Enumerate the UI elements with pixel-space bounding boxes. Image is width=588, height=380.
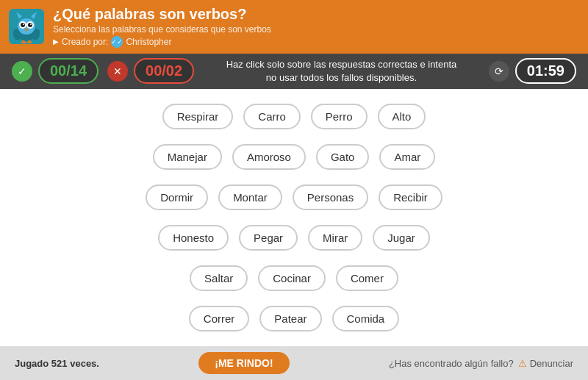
svg-point-8 (28, 23, 32, 27)
wrong-score: 00/02 (134, 58, 194, 84)
word-recibir[interactable]: Recibir (379, 184, 442, 210)
timer-box: ⟳ 01:59 (489, 58, 576, 84)
word-row-1: Manejar Amoroso Gato Amar (153, 144, 436, 170)
word-honesto[interactable]: Honesto (158, 225, 229, 251)
svg-point-7 (21, 23, 25, 27)
word-patear[interactable]: Patear (259, 306, 321, 331)
report-question: ¿Has encontrado algún fallo? (389, 358, 514, 369)
word-comida[interactable]: Comida (332, 306, 400, 331)
played-count: 521 (51, 358, 68, 369)
word-amoroso[interactable]: Amoroso (232, 144, 306, 170)
word-row-4: Saltar Cocinar Comer (190, 265, 398, 291)
word-montar[interactable]: Montar (218, 184, 282, 210)
word-row-3: Honesto Pegar Mirar Jugar (158, 225, 430, 251)
word-saltar[interactable]: Saltar (190, 265, 248, 291)
word-dormir[interactable]: Dormir (146, 184, 208, 210)
game-area: Respirar Carro Perro Alto Manejar Amoros… (0, 89, 588, 346)
instructions-text: Haz click solo sobre las respuestas corr… (203, 58, 480, 85)
creator-name: Christopher (126, 37, 171, 47)
creator-prefix: Creado por: (62, 37, 108, 47)
correct-score: 00/14 (38, 58, 98, 84)
word-carro[interactable]: Carro (243, 104, 301, 129)
header: ¿Qué palabras son verbos? Selecciona las… (0, 0, 588, 54)
timer-display: 01:59 (515, 58, 576, 84)
word-respirar[interactable]: Respirar (162, 104, 234, 129)
arrow-icon: ▶ (53, 37, 59, 46)
page-title: ¿Qué palabras son verbos? (53, 6, 271, 23)
word-amar[interactable]: Amar (379, 144, 435, 170)
word-mirar[interactable]: Mirar (308, 225, 362, 251)
report-label: Denunciar (530, 358, 573, 369)
word-pegar[interactable]: Pegar (239, 225, 298, 251)
header-text-block: ¿Qué palabras son verbos? Selecciona las… (53, 6, 271, 48)
played-count-text: Jugado 521 veces. (15, 358, 99, 369)
give-up-button[interactable]: ¡ME RINDO! (198, 352, 289, 374)
stats-bar: ✓ 00/14 ✕ 00/02 Haz click solo sobre las… (0, 54, 588, 89)
word-row-0: Respirar Carro Perro Alto (162, 104, 426, 129)
footer: Jugado 521 veces. ¡ME RINDO! ¿Has encont… (0, 346, 588, 380)
correct-score-box: ✓ 00/14 (12, 58, 98, 84)
word-gato[interactable]: Gato (316, 144, 370, 170)
word-row-5: Correr Patear Comida (189, 306, 399, 331)
played-label: Jugado (15, 358, 49, 369)
word-correr[interactable]: Correr (189, 306, 250, 331)
creator-logo-icon: ✓✓ (111, 36, 123, 48)
owl-logo (9, 9, 44, 44)
word-row-2: Dormir Montar Personas Recibir (146, 184, 442, 210)
report-section: ¿Has encontrado algún fallo? ⚠ Denunciar (389, 358, 573, 369)
word-personas[interactable]: Personas (293, 184, 368, 210)
word-perro[interactable]: Perro (311, 104, 368, 129)
timer-icon: ⟳ (489, 61, 509, 82)
word-jugar[interactable]: Jugar (373, 225, 430, 251)
word-cocinar[interactable]: Cocinar (258, 265, 326, 291)
wrong-icon: ✕ (107, 61, 128, 82)
played-suffix: veces. (70, 358, 99, 369)
word-manejar[interactable]: Manejar (153, 144, 222, 170)
svg-point-9 (23, 24, 24, 25)
creator-info: ▶ Creado por: ✓✓ Christopher (53, 36, 271, 48)
word-comer[interactable]: Comer (336, 265, 398, 291)
wrong-score-box: ✕ 00/02 (107, 58, 194, 84)
word-alto[interactable]: Alto (378, 104, 426, 129)
svg-point-10 (30, 24, 32, 25)
report-link[interactable]: ⚠ Denunciar (518, 358, 573, 369)
warning-icon: ⚠ (518, 358, 527, 369)
correct-icon: ✓ (12, 61, 32, 82)
page-subtitle: Selecciona las palabras que consideras q… (53, 24, 271, 35)
